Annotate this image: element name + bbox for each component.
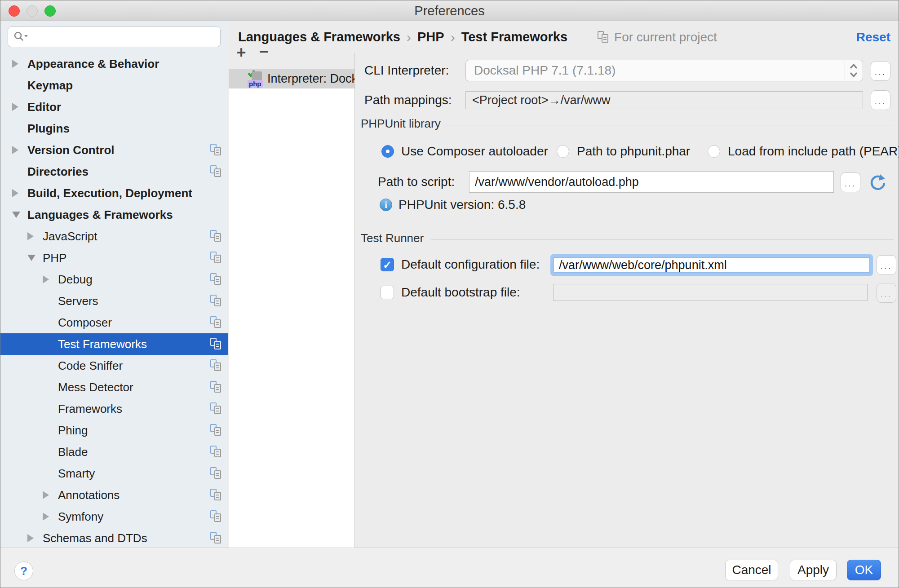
search-icon [13, 31, 29, 43]
sidebar-item-label: Smarty [58, 467, 95, 481]
sidebar-item-annotations[interactable]: Annotations [0, 484, 228, 506]
interpreter-list-item[interactable]: php Interpreter: Docksal PHP 7.1 (7.1.18… [229, 69, 354, 88]
default-bootstrap-file-label[interactable]: Default bootstrap file: [401, 286, 520, 299]
sidebar-item-label: Schemas and DTDs [43, 531, 147, 545]
path-to-script-browse-button[interactable]: ... [841, 172, 860, 192]
sidebar-item-label: Code Sniffer [58, 359, 123, 373]
ellipsis-icon: ... [881, 292, 892, 297]
search-input[interactable] [8, 27, 221, 47]
chevron-right-icon[interactable] [12, 189, 18, 197]
sidebar-item-composer[interactable]: Composer [0, 312, 228, 333]
sidebar-item-test-frameworks[interactable]: Test Frameworks [0, 333, 228, 355]
sidebar-item-php[interactable]: PHP [0, 247, 228, 269]
sidebar-item-label: Plugins [27, 122, 70, 136]
default-configuration-file-label[interactable]: Default configuration file: [401, 258, 540, 271]
default-configuration-file-input[interactable]: /var/www/web/core/phpunit.xml [550, 254, 873, 276]
radio-use-composer-autoloader[interactable] [381, 145, 394, 158]
radio-label-composer[interactable]: Use Composer autoloader [401, 145, 548, 158]
stepper-icon[interactable] [845, 60, 863, 81]
sidebar-item-label: Mess Detector [58, 380, 133, 394]
sidebar-item-label: Composer [58, 316, 112, 330]
test-runner-section-title: Test Runner [361, 232, 424, 244]
sidebar-item-keymap[interactable]: Keymap [0, 75, 228, 96]
ellipsis-icon: ... [881, 265, 892, 269]
chevron-right-icon[interactable] [27, 534, 34, 542]
title-bar: Preferences [0, 0, 899, 21]
sidebar-item-label: Blade [58, 445, 88, 459]
sidebar-item-version-control[interactable]: Version Control [0, 139, 228, 161]
project-scope-icon [210, 402, 222, 415]
sidebar-item-directories[interactable]: Directories [0, 161, 228, 182]
sidebar-item-build-execution-deployment[interactable]: Build, Execution, Deployment [0, 182, 228, 204]
remove-button[interactable]: − [256, 44, 271, 60]
radio-label-phar[interactable]: Path to phpunit.phar [577, 145, 690, 158]
sidebar-item-appearance-behavior[interactable]: Appearance & Behavior [0, 53, 228, 75]
section-divider [431, 239, 894, 240]
chevron-down-icon[interactable] [27, 255, 35, 261]
sidebar-item-mess-detector[interactable]: Mess Detector [0, 376, 228, 398]
sidebar-item-smarty[interactable]: Smarty [0, 463, 228, 484]
project-scope-icon [210, 532, 222, 544]
chevron-right-icon[interactable] [43, 513, 49, 521]
sidebar-item-label: Servers [58, 294, 98, 308]
sidebar-item-label: Appearance & Behavior [27, 57, 159, 71]
sidebar-item-symfony[interactable]: Symfony [0, 506, 228, 527]
path-mappings-field: <Project root>→/var/www [465, 91, 863, 109]
radio-label-pear[interactable]: Load from include path (PEAR) [728, 145, 899, 158]
chevron-right-icon[interactable] [12, 146, 18, 154]
cli-interpreter-label: CLI Interpreter: [364, 64, 449, 77]
radio-path-to-phpunit-phar[interactable] [557, 145, 569, 158]
project-scope-icon [210, 489, 222, 501]
path-mappings-browse-button[interactable]: ... [871, 90, 890, 110]
sidebar-item-editor[interactable]: Editor [0, 96, 228, 118]
sidebar-item-servers[interactable]: Servers [0, 290, 228, 312]
sidebar-item-blade[interactable]: Blade [0, 441, 228, 463]
cli-interpreter-select[interactable]: Docksal PHP 7.1 (7.1.18) [465, 60, 863, 81]
chevron-right-icon[interactable] [12, 60, 18, 68]
sidebar-item-label: Version Control [27, 143, 115, 157]
ellipsis-icon: ... [875, 100, 886, 104]
sidebar-item-label: Annotations [58, 488, 120, 502]
default-configuration-file-checkbox[interactable] [381, 258, 394, 271]
reload-icon[interactable] [869, 173, 887, 191]
project-scope-icon [210, 510, 222, 523]
search-dropdown-icon [24, 35, 28, 37]
path-to-script-input[interactable]: /var/www/vendor/autoload.php [469, 171, 834, 193]
project-scope-icon [210, 316, 222, 329]
chevron-right-icon[interactable] [12, 103, 18, 111]
settings-sidebar: Appearance & BehaviorKeymapEditorPlugins… [0, 21, 228, 548]
add-button[interactable]: + [234, 45, 249, 61]
sidebar-item-code-sniffer[interactable]: Code Sniffer [0, 355, 228, 376]
help-button[interactable]: ? [14, 561, 33, 580]
sidebar-item-plugins[interactable]: Plugins [0, 118, 228, 139]
chevron-right-icon[interactable] [43, 275, 49, 283]
path-mappings-value: <Project root>→/var/www [472, 92, 611, 109]
cancel-button[interactable]: Cancel [725, 560, 778, 580]
sidebar-item-label: Phing [58, 424, 88, 438]
chevron-right-icon[interactable] [27, 232, 34, 240]
project-scope-icon [210, 446, 222, 458]
chevron-right-icon[interactable] [43, 491, 49, 499]
dialog-footer: ? Cancel Apply OK [0, 548, 899, 588]
cli-interpreter-browse-button[interactable]: ... [871, 61, 890, 81]
sidebar-item-javascript[interactable]: JavaScript [0, 225, 228, 247]
sidebar-item-label: Languages & Frameworks [27, 208, 173, 222]
sidebar-item-frameworks[interactable]: Frameworks [0, 398, 228, 420]
ok-button[interactable]: OK [847, 560, 881, 580]
default-bootstrap-file-input [553, 284, 868, 301]
sidebar-item-phing[interactable]: Phing [0, 420, 228, 441]
chevron-down-icon[interactable] [12, 212, 20, 218]
apply-button[interactable]: Apply [790, 560, 837, 580]
default-configuration-browse-button[interactable]: ... [877, 255, 896, 275]
project-scope-icon [210, 338, 222, 350]
sidebar-item-debug[interactable]: Debug [0, 269, 228, 290]
sidebar-item-languages-frameworks[interactable]: Languages & Frameworks [0, 204, 228, 225]
radio-load-include-path[interactable] [708, 145, 720, 158]
php-interpreter-icon: php [248, 70, 264, 88]
phpunit-version-note: PHPUnit version: 6.5.8 [399, 199, 526, 211]
default-bootstrap-file-checkbox[interactable] [381, 286, 394, 299]
window-title: Preferences [0, 0, 899, 21]
sidebar-item-schemas-and-dtds[interactable]: Schemas and DTDs [0, 527, 228, 548]
sidebar-item-label: Keymap [27, 79, 73, 93]
ellipsis-icon: ... [845, 182, 856, 186]
